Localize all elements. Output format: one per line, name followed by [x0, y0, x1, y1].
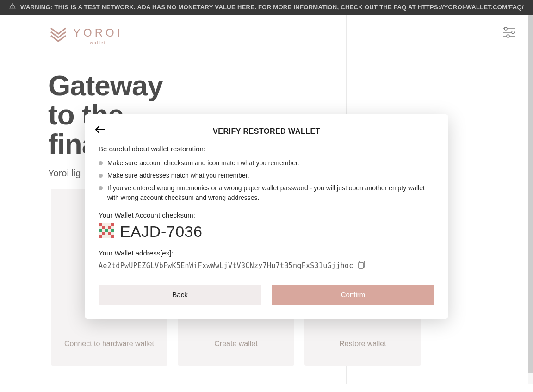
- svg-rect-27: [111, 235, 114, 238]
- svg-rect-17: [99, 223, 102, 226]
- svg-rect-29: [359, 262, 363, 268]
- copy-icon[interactable]: [358, 261, 366, 271]
- address-label: Your Wallet address[es]:: [99, 249, 434, 257]
- bullet-dot-icon: [99, 161, 103, 165]
- modal-bullet: Make sure account checksum and icon matc…: [99, 158, 434, 168]
- warning-icon: [9, 3, 16, 12]
- test-network-warning-banner: WARNING: THIS IS A TEST NETWORK. ADA HAS…: [0, 0, 533, 15]
- bullet-dot-icon: [99, 174, 103, 178]
- back-arrow-icon[interactable]: [95, 125, 105, 136]
- modal-intro: Be careful about wallet restoration:: [99, 145, 434, 153]
- modal-overlay: VERIFY RESTORED WALLET Be careful about …: [0, 15, 533, 384]
- bullet-text: Make sure account checksum and icon matc…: [107, 158, 299, 168]
- bullet-text: If you've entered wrong mnemonics or a w…: [107, 183, 434, 203]
- svg-rect-18: [111, 223, 114, 226]
- modal-bullet: If you've entered wrong mnemonics or a w…: [99, 183, 434, 203]
- modal-actions: Back Confirm: [99, 285, 434, 305]
- checksum-row: EAJD-7036: [99, 223, 434, 241]
- svg-rect-24: [102, 232, 105, 235]
- banner-faq-link[interactable]: HTTPS://YOROI-WALLET.COM/FAQ/: [418, 4, 524, 11]
- svg-rect-19: [102, 226, 105, 229]
- bullet-text: Make sure addresses match what you remem…: [107, 171, 249, 180]
- svg-rect-25: [108, 232, 111, 235]
- checksum-label: Your Wallet Account checksum:: [99, 211, 434, 219]
- svg-rect-0: [12, 5, 13, 6]
- svg-rect-23: [111, 229, 114, 232]
- bullet-dot-icon: [99, 186, 103, 190]
- confirm-button[interactable]: Confirm: [272, 285, 434, 305]
- svg-rect-22: [99, 229, 102, 232]
- svg-rect-21: [105, 229, 108, 232]
- verify-restored-wallet-modal: VERIFY RESTORED WALLET Be careful about …: [85, 114, 448, 319]
- wallet-address: Ae2tdPwUPEZGLVbFwK5EnWiFxwWwLjVtV3CNzy7H…: [99, 261, 353, 270]
- svg-rect-1: [12, 7, 13, 7]
- checksum-value: EAJD-7036: [120, 223, 202, 241]
- address-row: Ae2tdPwUPEZGLVbFwK5EnWiFxwWwLjVtV3CNzy7H…: [99, 261, 434, 271]
- banner-text: WARNING: THIS IS A TEST NETWORK. ADA HAS…: [20, 4, 418, 11]
- back-button[interactable]: Back: [99, 285, 261, 305]
- checksum-identicon: [99, 223, 114, 240]
- modal-title: VERIFY RESTORED WALLET: [99, 127, 434, 136]
- svg-rect-20: [108, 226, 111, 229]
- modal-bullet: Make sure addresses match what you remem…: [99, 171, 434, 180]
- svg-rect-26: [99, 235, 102, 238]
